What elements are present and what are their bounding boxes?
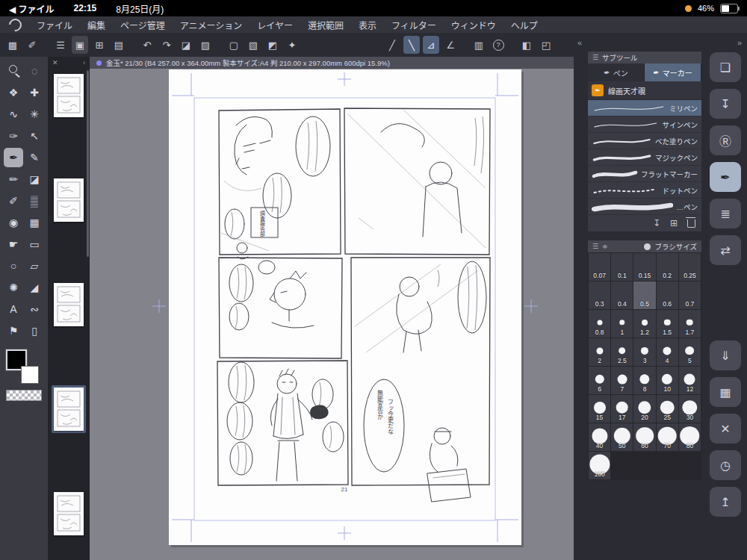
object-tool[interactable]: ❖ (4, 83, 23, 102)
auto-select-tool[interactable]: ✳ (25, 105, 44, 124)
menu-item[interactable]: 表示 (359, 19, 376, 31)
brush-size-12[interactable]: 12 (679, 367, 701, 394)
brush-size-70[interactable]: 70 (657, 423, 678, 451)
snap-special-ruler-button[interactable]: ╲ (403, 36, 420, 54)
brush-settings-panel-button[interactable]: ✒ (710, 162, 741, 192)
brush-size-50[interactable]: 50 (611, 423, 633, 451)
menu-item[interactable]: レイヤー (257, 19, 293, 31)
menu-item[interactable]: ヘルプ (511, 19, 538, 31)
tab-pen[interactable]: ✒ ペン (588, 63, 645, 81)
brush-size-1[interactable]: 1 (611, 310, 633, 337)
brush-size-0.2[interactable]: 0.2 (657, 253, 678, 281)
pencil-tool[interactable]: ✏ (4, 169, 23, 189)
brush-size-17[interactable]: 17 (611, 395, 633, 423)
…ペン[interactable]: …ペン (588, 199, 701, 215)
brush-size-7[interactable]: 7 (611, 367, 633, 394)
materials-panel-button[interactable]: ▦ (710, 377, 741, 407)
brush-size-5[interactable]: 5 (679, 338, 701, 366)
page-thumbnail-4[interactable] (52, 385, 86, 433)
brush-size-1.2[interactable]: 1.2 (633, 310, 655, 337)
brush-size-40[interactable]: 40 (589, 423, 610, 451)
brush-size-15[interactable]: 15 (589, 395, 610, 423)
brush-size-1.7[interactable]: 1.7 (679, 310, 701, 337)
expand-view-button[interactable]: ◰ (538, 36, 554, 54)
close-panel-button[interactable]: ✕ (710, 414, 741, 444)
transparent-color-swatch[interactable] (6, 390, 42, 401)
export-panel-button[interactable]: ⇓ (710, 340, 741, 370)
フラットマーカー[interactable]: フラットマーカー (588, 166, 701, 182)
page-settings-button[interactable]: ▤ (111, 36, 127, 54)
eyedropper-tool[interactable]: ✑ (4, 126, 23, 146)
brush-size-3[interactable]: 3 (633, 338, 655, 366)
frame-border-tool[interactable]: ▱ (25, 256, 44, 276)
brush-size-4[interactable]: 4 (657, 338, 678, 366)
history-panel-button[interactable]: ◷ (710, 450, 741, 480)
ドットペン[interactable]: ドットペン (588, 182, 701, 199)
gradient-tool[interactable]: ▦ (25, 213, 44, 232)
close-pages-icon[interactable]: ✕ (52, 59, 58, 66)
blend-tool[interactable]: ◉ (4, 213, 23, 232)
ミリペン[interactable]: ミリペン (588, 100, 701, 116)
reference-panel-button[interactable]: Ⓡ (710, 125, 741, 155)
balloon-tool[interactable]: ○ (4, 256, 23, 276)
marker-tool[interactable]: ✎ (25, 148, 44, 167)
undo-button[interactable]: ↶ (139, 36, 155, 54)
lasso-tool[interactable]: ∿ (4, 105, 23, 124)
brush-size-0.3[interactable]: 0.3 (589, 281, 610, 309)
canvas-area[interactable]: 調査報告部 無能宣告か フッ今更だな 21 (90, 69, 574, 560)
sub-view-tool[interactable]: ▯ (25, 321, 44, 340)
brush-size-20[interactable]: 20 (633, 395, 655, 423)
pen-tool[interactable]: ✒ (4, 148, 23, 167)
layers-panel-button[interactable]: ❏ (710, 52, 741, 82)
page-thumbnail-1[interactable] (52, 72, 86, 119)
selection-area-tool[interactable]: ◌ (25, 61, 44, 81)
brush-size-10[interactable]: 10 (657, 367, 678, 394)
memo-button[interactable]: ▥ (471, 36, 487, 54)
redo-button[interactable]: ↷ (158, 36, 175, 54)
invert-selection-button[interactable]: ◩ (264, 36, 281, 54)
deselect-button[interactable]: ▧ (245, 36, 261, 54)
snap-ruler-button[interactable]: ╱ (384, 36, 400, 54)
menu-item[interactable]: フィルター (391, 19, 436, 31)
slider-icon[interactable]: ≑ (602, 243, 608, 250)
マジックペン[interactable]: マジックペン (588, 149, 701, 166)
ruler-tool[interactable]: ◢ (25, 278, 44, 297)
back-to-files-button[interactable]: ◀ ファイル (9, 2, 55, 15)
palette-dock-button[interactable]: ▩ (4, 36, 21, 54)
サインペン[interactable]: サインペン (588, 116, 701, 133)
color-swap-button[interactable]: ⇄ (710, 235, 741, 265)
べた塗りペン[interactable]: べた塗りペン (588, 133, 701, 149)
page-thumbnail-3[interactable] (52, 281, 86, 329)
navigator-panel-button[interactable]: ↧ (710, 89, 741, 119)
brush-size-30[interactable]: 30 (679, 395, 701, 423)
menu-item[interactable]: 選択範囲 (308, 19, 344, 31)
brush-size-0.7[interactable]: 0.7 (679, 281, 701, 309)
menu-item[interactable]: 編集 (87, 19, 105, 31)
main-menu-button[interactable]: ☰ (52, 36, 69, 54)
brush-size-6[interactable]: 6 (589, 367, 610, 394)
brush-size-8[interactable]: 8 (633, 367, 655, 394)
brush-size-100[interactable]: 100 (589, 452, 610, 479)
new-page-button[interactable]: ⊞ (91, 36, 108, 54)
brush-tool[interactable]: ✐ (4, 191, 23, 211)
eraser-tool[interactable]: ◪ (25, 169, 44, 189)
share-panel-button[interactable]: ↥ (710, 487, 741, 517)
brush-size-0.25[interactable]: 0.25 (679, 253, 701, 281)
layer-move-tool[interactable]: ↖ (25, 126, 44, 146)
brush-size-2.5[interactable]: 2.5 (611, 338, 633, 366)
canvas-page[interactable]: 調査報告部 無能宣告か フッ今更だな 21 (90, 69, 572, 560)
page-thumbnail-5[interactable] (52, 490, 86, 538)
page-thumbnail-2[interactable] (52, 176, 86, 224)
brush-size-0.8[interactable]: 0.8 (589, 310, 610, 337)
expand-pages-icon[interactable]: › (83, 59, 85, 66)
fill-button[interactable]: ▨ (197, 36, 214, 54)
brush-size-1.5[interactable]: 1.5 (657, 310, 678, 337)
brush-size-0.4[interactable]: 0.4 (611, 281, 633, 309)
pinned-subtool[interactable]: ✒ 線画天才覗 (588, 81, 701, 100)
snap-grid-button[interactable]: ⊿ (423, 36, 439, 54)
menu-item[interactable]: アニメーション (180, 19, 243, 31)
menu-item[interactable]: ウィンドウ (451, 19, 496, 31)
checker-toggle-button[interactable]: ◧ (518, 36, 535, 54)
brush-size-0.15[interactable]: 0.15 (633, 253, 655, 281)
menu-item[interactable]: ページ管理 (120, 19, 165, 31)
